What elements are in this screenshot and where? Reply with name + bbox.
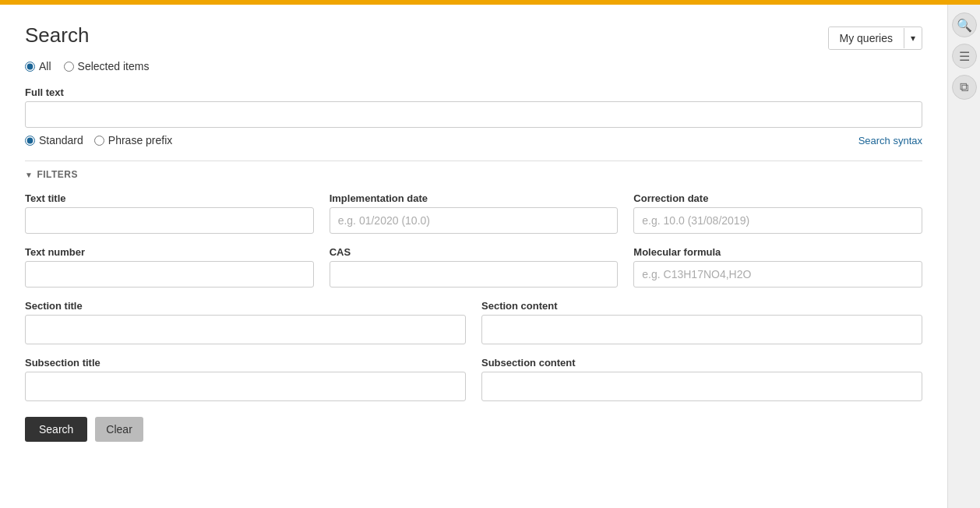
- subsection-title-input[interactable]: [25, 372, 466, 401]
- filters-header: ▼ FILTERS: [25, 161, 922, 180]
- text-number-label: Text number: [25, 246, 314, 258]
- scope-selected-radio[interactable]: [64, 62, 74, 72]
- text-title-input[interactable]: [25, 207, 314, 234]
- molecular-formula-input[interactable]: [633, 261, 922, 288]
- section-content-input[interactable]: [481, 315, 922, 344]
- filters-arrow-icon: ▼: [25, 171, 33, 179]
- molecular-formula-field: Molecular formula: [633, 246, 922, 288]
- fulltext-label: Full text: [25, 86, 922, 98]
- text-title-field: Text title: [25, 192, 314, 234]
- molecular-formula-label: Molecular formula: [633, 246, 922, 258]
- phrase-prefix-mode-radio[interactable]: [94, 136, 104, 146]
- sidebar-list-icon[interactable]: ☰: [952, 44, 977, 69]
- text-number-input[interactable]: [25, 261, 314, 288]
- search-mode-radio-group: Standard Phrase prefix: [25, 134, 172, 146]
- filters-row4: Subsection title Subsection content: [25, 357, 922, 401]
- my-queries-button-group: My queries ▾: [828, 26, 922, 50]
- implementation-date-field: Implementation date: [330, 192, 619, 234]
- page-title: Search: [25, 23, 89, 48]
- correction-date-field: Correction date: [633, 192, 922, 234]
- implementation-date-input[interactable]: [330, 207, 619, 234]
- section-title-field: Section title: [25, 300, 466, 344]
- section-content-field: Section content: [481, 300, 922, 344]
- subsection-content-field: Subsection content: [481, 357, 922, 401]
- cas-field: CAS: [330, 246, 619, 288]
- search-syntax-link[interactable]: Search syntax: [858, 135, 922, 146]
- scope-all-radio[interactable]: [25, 62, 35, 72]
- fulltext-input[interactable]: [25, 101, 922, 128]
- clear-button[interactable]: Clear: [95, 417, 143, 442]
- section-title-label: Section title: [25, 300, 466, 312]
- search-button[interactable]: Search: [25, 417, 87, 442]
- search-options-row: Standard Phrase prefix Search syntax: [25, 134, 922, 146]
- phrase-prefix-mode-label[interactable]: Phrase prefix: [94, 134, 172, 146]
- scope-all-label[interactable]: All: [25, 60, 51, 72]
- my-queries-main-button[interactable]: My queries: [829, 27, 904, 49]
- section-title-input[interactable]: [25, 315, 466, 344]
- standard-mode-radio[interactable]: [25, 136, 35, 146]
- scope-selected-label[interactable]: Selected items: [64, 60, 150, 72]
- my-queries-dropdown-button[interactable]: ▾: [904, 28, 922, 48]
- cas-label: CAS: [330, 246, 619, 258]
- cas-input[interactable]: [330, 261, 619, 288]
- text-number-field: Text number: [25, 246, 314, 288]
- standard-mode-label[interactable]: Standard: [25, 134, 83, 146]
- filters-row3: Section title Section content: [25, 300, 922, 344]
- right-sidebar: 🔍 ☰ ⧉: [947, 5, 980, 508]
- subsection-content-input[interactable]: [481, 372, 922, 401]
- correction-date-label: Correction date: [633, 192, 922, 204]
- sidebar-search-icon[interactable]: 🔍: [952, 12, 977, 37]
- filters-row1: Text title Implementation date Correctio…: [25, 192, 922, 234]
- section-content-label: Section content: [481, 300, 922, 312]
- filters-row2: Text number CAS Molecular formula: [25, 246, 922, 288]
- sidebar-copy-icon[interactable]: ⧉: [952, 75, 977, 100]
- text-title-label: Text title: [25, 192, 314, 204]
- subsection-title-field: Subsection title: [25, 357, 466, 401]
- subsection-title-label: Subsection title: [25, 357, 466, 369]
- subsection-content-label: Subsection content: [481, 357, 922, 369]
- action-buttons: Search Clear: [25, 417, 922, 442]
- fulltext-section: Full text: [25, 86, 922, 128]
- scope-radio-group: All Selected items: [25, 60, 922, 72]
- implementation-date-label: Implementation date: [330, 192, 619, 204]
- correction-date-input[interactable]: [633, 207, 922, 234]
